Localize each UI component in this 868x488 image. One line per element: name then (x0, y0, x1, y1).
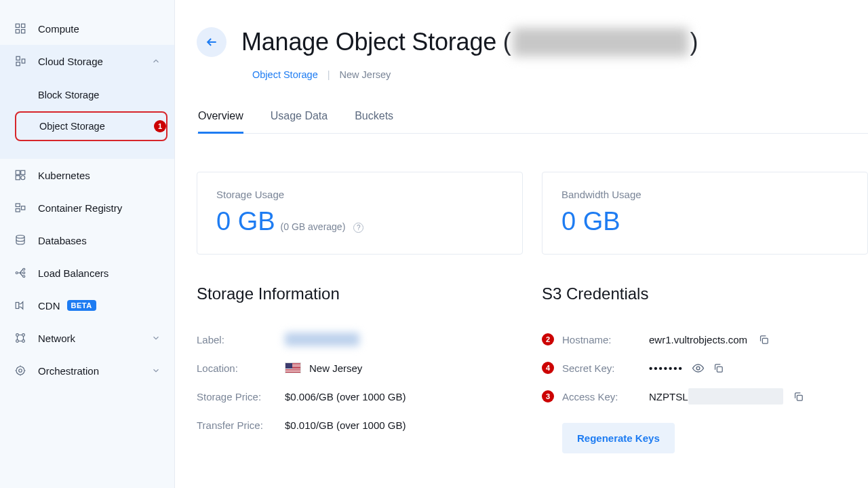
sidebar-item-object-storage[interactable]: Object Storage (15, 111, 167, 141)
help-icon[interactable]: ? (353, 223, 363, 233)
sidebar-item-label: Kubernetes (38, 170, 90, 181)
storage-price-value: $0.006/GB (over 1000 GB) (285, 391, 406, 402)
sidebar-item-container-registry[interactable]: Container Registry (0, 191, 174, 224)
step-badge-3: 3 (542, 390, 554, 402)
svg-rect-19 (16, 303, 19, 309)
kv-label: Transfer Price: (197, 419, 285, 431)
beta-badge: BETA (67, 300, 96, 311)
page-title-prefix: Manage Object Storage ( (241, 28, 511, 56)
svg-rect-7 (16, 170, 20, 174)
sidebar-item-label: Databases (38, 235, 87, 246)
step-badge-4: 4 (542, 362, 554, 374)
page-title: Manage Object Storage ( VCD-REVIEWS ) (241, 28, 698, 56)
svg-rect-29 (717, 367, 722, 372)
tab-overview[interactable]: Overview (198, 110, 243, 134)
back-button[interactable] (197, 27, 226, 57)
storage-information-section: Storage Information Label: Location: New… (197, 284, 523, 453)
eye-icon[interactable] (692, 362, 705, 375)
svg-rect-11 (16, 204, 20, 207)
kv-row-location: Location: New Jersey (197, 354, 523, 382)
load-balancers-icon (14, 266, 27, 280)
sidebar-item-databases[interactable]: Databases (0, 224, 174, 257)
main-content: Manage Object Storage ( VCD-REVIEWS ) Ob… (175, 0, 868, 488)
kv-row-hostname: 2 Hostname: ewr1.vultrobjects.com (542, 325, 868, 354)
sidebar-item-load-balancers[interactable]: Load Balancers (0, 257, 174, 289)
sidebar-item-label: Container Registry (38, 202, 122, 214)
tabs: Overview Usage Data Buckets (197, 110, 868, 134)
databases-icon (14, 233, 27, 247)
copy-icon[interactable] (713, 362, 724, 374)
sidebar-item-label: Compute (38, 23, 79, 35)
cdn-icon (14, 299, 27, 312)
sidebar-item-label: Network (38, 333, 75, 344)
sidebar-item-cdn[interactable]: CDN BETA (0, 289, 174, 322)
svg-rect-12 (16, 209, 20, 212)
section-title: S3 Credentials (542, 284, 868, 303)
kv-row-label: Label: (197, 325, 523, 354)
tab-usage-data[interactable]: Usage Data (271, 110, 328, 134)
sidebar-item-orchestration[interactable]: Orchestration (0, 354, 174, 387)
copy-icon[interactable] (758, 334, 770, 345)
svg-rect-27 (762, 338, 768, 343)
chevron-down-icon (151, 333, 161, 343)
sidebar-item-cloud-storage[interactable]: Cloud Storage (0, 45, 174, 77)
sidebar-item-block-storage[interactable]: Block Storage (0, 80, 174, 110)
svg-rect-4 (16, 56, 20, 60)
chevron-up-icon (151, 56, 161, 66)
svg-rect-2 (16, 30, 19, 33)
kv-row-storage-price: Storage Price: $0.006/GB (over 1000 GB) (197, 382, 523, 411)
tab-buckets[interactable]: Buckets (355, 110, 393, 134)
step-badge-2: 2 (542, 333, 554, 345)
svg-point-25 (16, 367, 24, 375)
kv-row-access-key: 3 Access Key: NZPTSL (542, 382, 868, 411)
svg-point-15 (16, 272, 18, 274)
sidebar-item-label: Object Storage (39, 121, 105, 132)
kubernetes-icon (14, 168, 27, 182)
card-value: 0 GB (0 GB average) ? (216, 207, 503, 236)
kv-row-transfer-price: Transfer Price: $0.010/GB (over 1000 GB) (197, 411, 523, 439)
regenerate-keys-button[interactable]: Regenerate Keys (562, 423, 675, 453)
kv-row-secret-key: 4 Secret Key: ••••••• (542, 354, 868, 382)
cards-row: Storage Usage 0 GB (0 GB average) ? Band… (197, 172, 868, 255)
info-row: Storage Information Label: Location: New… (197, 284, 868, 453)
step-badge-1: 1 (154, 120, 166, 132)
svg-rect-9 (16, 176, 20, 180)
kv-label: Label: (197, 334, 285, 345)
access-key-value: NZPTSL (649, 391, 688, 402)
svg-rect-0 (16, 24, 19, 27)
svg-point-14 (16, 236, 24, 239)
us-flag-icon (285, 362, 301, 373)
sidebar-item-label: Cloud Storage (38, 56, 103, 67)
label-value-hidden (285, 333, 359, 346)
kv-label: Hostname: (562, 334, 649, 345)
storage-usage-sub: (0 GB average) (281, 221, 346, 232)
svg-point-28 (696, 367, 700, 370)
breadcrumb: Object Storage | New Jersey (252, 69, 868, 80)
svg-point-23 (22, 340, 25, 343)
svg-rect-6 (22, 59, 25, 63)
storage-usage-value: 0 GB (216, 207, 275, 236)
svg-rect-1 (22, 24, 25, 27)
chevron-down-icon (151, 366, 161, 375)
breadcrumb-separator: | (328, 69, 330, 80)
svg-rect-8 (21, 170, 25, 174)
copy-icon[interactable] (793, 391, 804, 402)
sidebar-item-compute[interactable]: Compute (0, 12, 174, 45)
sidebar: Compute Cloud Storage Block Storage Obje… (0, 0, 175, 488)
breadcrumb-object-storage[interactable]: Object Storage (252, 69, 318, 80)
svg-point-10 (21, 176, 25, 180)
sidebar-item-network[interactable]: Network (0, 322, 174, 354)
svg-rect-13 (22, 206, 25, 210)
sidebar-item-kubernetes[interactable]: Kubernetes (0, 159, 174, 191)
arrow-left-icon (205, 35, 218, 49)
hostname-value: ewr1.vultrobjects.com (649, 334, 747, 345)
svg-point-21 (22, 334, 25, 337)
access-key-masked (688, 388, 783, 405)
svg-point-24 (19, 369, 22, 373)
svg-point-16 (23, 268, 25, 270)
svg-point-22 (16, 340, 19, 343)
card-title: Bandwidth Usage (561, 189, 848, 200)
breadcrumb-location: New Jersey (340, 69, 391, 80)
sidebar-submenu-cloud-storage: Block Storage Object Storage 1 (0, 77, 174, 159)
svg-rect-5 (16, 62, 20, 66)
